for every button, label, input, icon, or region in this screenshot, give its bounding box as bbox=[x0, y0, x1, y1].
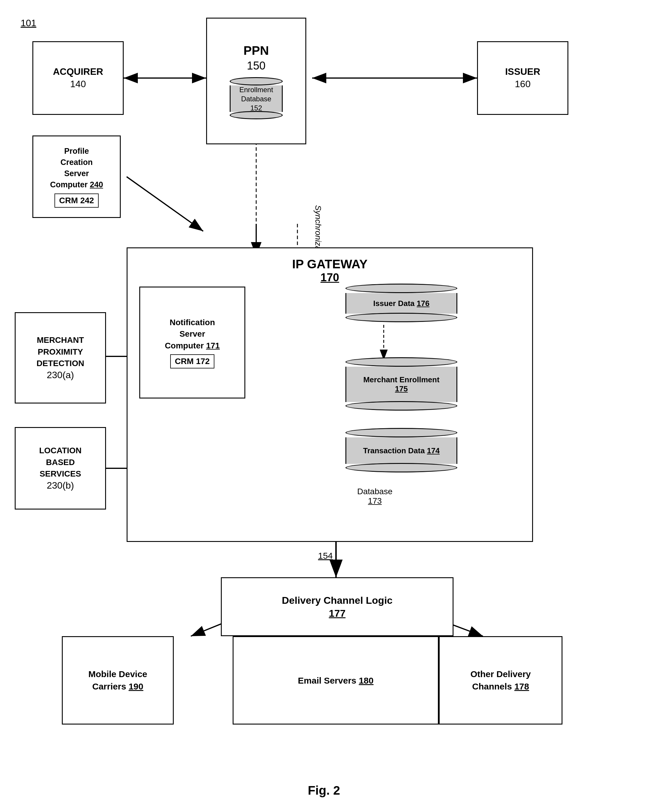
transaction-data-label: Transaction Data 174 bbox=[363, 446, 440, 455]
profile-crm-box: CRM 242 bbox=[55, 193, 99, 208]
merchant-enrollment-label: Merchant Enrollment175 bbox=[363, 375, 440, 394]
gateway-box: IP GATEWAY 170 NotificationServerCompute… bbox=[126, 247, 533, 542]
notification-server-label: NotificationServerComputer 171 bbox=[165, 317, 220, 351]
merchant-proximity-label: MERCHANTPROXIMITYDETECTION bbox=[36, 334, 84, 369]
issuer-number: 160 bbox=[515, 78, 530, 90]
issuer-box: ISSUER 160 bbox=[477, 41, 568, 115]
email-servers-label: Email Servers 180 bbox=[298, 675, 374, 686]
fig-label: Fig. 2 bbox=[265, 783, 383, 798]
delivery-channel-box: Delivery Channel Logic 177 bbox=[221, 577, 454, 636]
location-services-box: LOCATIONBASEDSERVICES 230(b) bbox=[15, 427, 106, 510]
issuer-data-label: Issuer Data 176 bbox=[374, 299, 430, 308]
ppn-number: 150 bbox=[247, 59, 265, 73]
acquirer-label: ACQUIRER bbox=[53, 66, 103, 78]
notification-crm-box: CRM 172 bbox=[170, 354, 214, 368]
ref-154: 154 bbox=[318, 551, 333, 561]
delivery-channel-label: Delivery Channel Logic 177 bbox=[282, 594, 392, 620]
gateway-number: 170 bbox=[292, 271, 367, 284]
database-label: Database 173 bbox=[357, 487, 392, 506]
acquirer-box: ACQUIRER 140 bbox=[32, 41, 124, 115]
mobile-carriers-box: Mobile DeviceCarriers 190 bbox=[62, 636, 174, 725]
issuer-label: ISSUER bbox=[505, 66, 540, 78]
ppn-db-label: EnrollmentDatabase bbox=[239, 85, 273, 103]
acquirer-number: 140 bbox=[70, 78, 86, 90]
location-services-label: LOCATIONBASEDSERVICES bbox=[39, 445, 82, 479]
other-channels-box: Other DeliveryChannels 178 bbox=[439, 636, 563, 725]
ppn-title: PPN bbox=[244, 43, 269, 59]
profile-server-box: ProfileCreationServerComputer 240 CRM 24… bbox=[32, 135, 121, 218]
diagram: 101 ACQUIRER 140 PPN 150 EnrollmentDatab… bbox=[0, 0, 672, 812]
merchant-proximity-number: 230(a) bbox=[47, 369, 74, 381]
location-services-number: 230(b) bbox=[47, 479, 74, 492]
notification-server-box: NotificationServerComputer 171 CRM 172 bbox=[139, 287, 245, 399]
svg-line-9 bbox=[126, 177, 203, 231]
ppn-box: PPN 150 EnrollmentDatabase 152 bbox=[206, 18, 306, 144]
gateway-title: IP GATEWAY bbox=[292, 257, 367, 271]
email-servers-box: Email Servers 180 bbox=[233, 636, 439, 725]
merchant-proximity-box: MERCHANTPROXIMITYDETECTION 230(a) bbox=[15, 312, 106, 404]
profile-server-label: ProfileCreationServerComputer 240 bbox=[50, 146, 103, 190]
ref-101: 101 bbox=[20, 18, 36, 29]
other-channels-label: Other DeliveryChannels 178 bbox=[470, 668, 530, 693]
mobile-carriers-label: Mobile DeviceCarriers 190 bbox=[88, 668, 147, 693]
